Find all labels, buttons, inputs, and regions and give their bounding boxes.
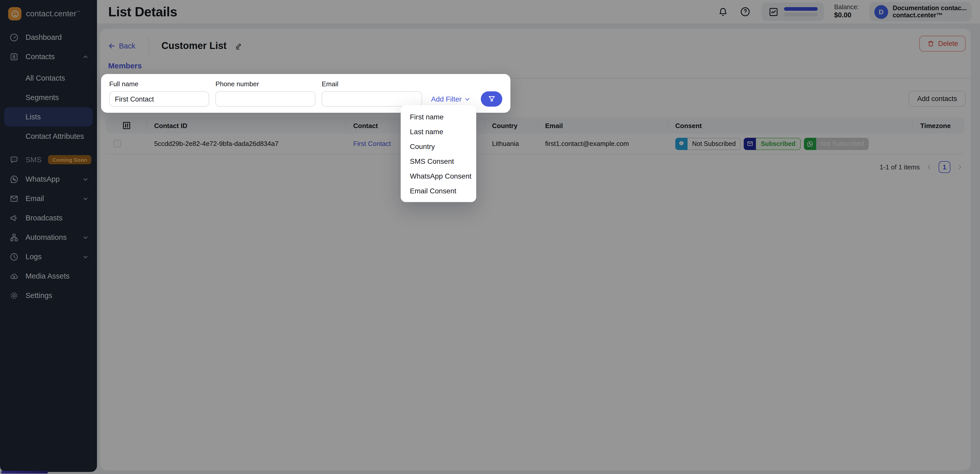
chevron-down-icon (464, 95, 471, 102)
filter-field-phone: Phone number (215, 80, 315, 107)
filter-menu-item[interactable]: WhatsApp Consent (401, 169, 476, 183)
filter-menu-item[interactable]: Email Consent (401, 183, 476, 198)
filter-menu-item[interactable]: Last name (401, 124, 476, 139)
app-root: List Details Balance: $0.00 (0, 0, 980, 474)
full-name-input[interactable] (109, 91, 209, 107)
add-filter-button[interactable]: Add Filter (431, 95, 471, 103)
add-filter-label: Add Filter (431, 95, 462, 103)
funnel-icon (487, 95, 496, 103)
phone-number-input[interactable] (215, 91, 315, 107)
filter-field-email: Email (322, 80, 422, 107)
full-name-label: Full name (109, 80, 209, 88)
filter-menu-item[interactable]: First name (401, 109, 476, 124)
filter-menu-item[interactable]: Country (401, 139, 476, 154)
add-filter-menu: First name Last name Country SMS Consent… (401, 105, 476, 202)
filter-menu-item[interactable]: SMS Consent (401, 154, 476, 169)
apply-filter-button[interactable] (481, 91, 502, 107)
email-input[interactable] (322, 91, 422, 107)
filter-field-full-name: Full name (109, 80, 209, 107)
email-label: Email (322, 80, 422, 88)
dim-overlay[interactable] (0, 0, 980, 474)
phone-number-label: Phone number (215, 80, 315, 88)
